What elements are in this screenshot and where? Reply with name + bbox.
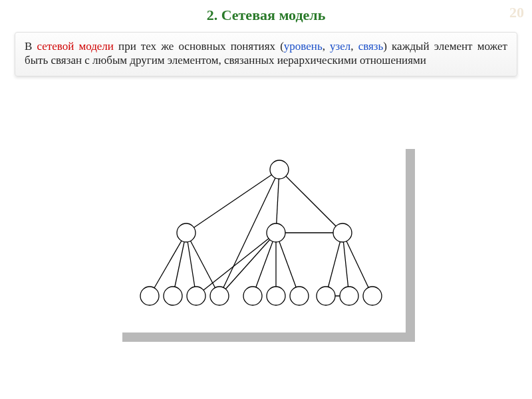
graph-node — [140, 287, 159, 305]
graph-node — [187, 287, 205, 305]
network-svg — [113, 140, 406, 332]
desc-text: В — [25, 40, 37, 53]
graph-node — [177, 223, 196, 242]
graph-edge — [279, 170, 342, 233]
desc-text: , — [350, 40, 358, 53]
page-number: 20 — [509, 4, 524, 21]
graph-node — [210, 287, 229, 305]
desc-hl-node: узел — [330, 40, 350, 53]
desc-text: при тех же основных понятиях ( — [114, 40, 284, 53]
graph-node — [333, 223, 352, 242]
graph-edge — [326, 233, 342, 296]
graph-node — [270, 160, 289, 179]
page-title: 2. Сетевая модель — [0, 7, 532, 24]
graph-node — [243, 287, 262, 305]
graph-node — [267, 223, 285, 242]
graph-node — [290, 287, 309, 305]
graph-edge — [186, 170, 279, 233]
desc-text: , — [323, 40, 330, 53]
graph-node — [317, 287, 335, 305]
description-box: В сетевой модели при тех же основных пон… — [15, 32, 517, 76]
desc-hl-network-model: сетевой модели — [37, 40, 113, 53]
graph-node — [164, 287, 182, 305]
graph-node — [267, 287, 285, 305]
graph-node — [340, 287, 358, 305]
graph-edge — [219, 233, 276, 296]
network-diagram — [113, 140, 419, 346]
graph-edge — [276, 233, 299, 296]
graph-edge — [150, 233, 186, 296]
graph-node — [363, 287, 382, 305]
desc-hl-level: уровень — [284, 40, 323, 53]
desc-hl-link: связь — [358, 40, 384, 53]
